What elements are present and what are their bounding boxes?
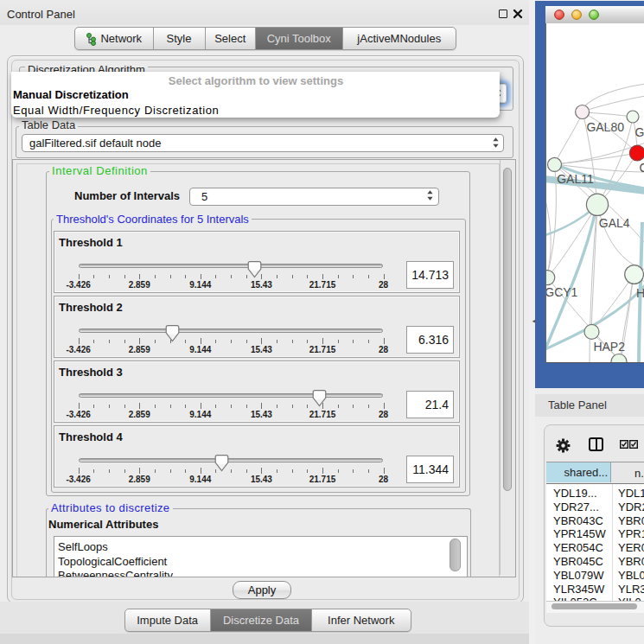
svg-text:GA: GA: [635, 125, 644, 139]
svg-text:C: C: [640, 161, 644, 175]
svg-text:GCY1: GCY1: [546, 285, 578, 299]
svg-text:GAL4: GAL4: [599, 216, 630, 230]
svg-text:GAL80: GAL80: [586, 120, 624, 134]
svg-text:HAP2: HAP2: [593, 340, 625, 354]
svg-text:GAL11: GAL11: [557, 172, 594, 186]
svg-text:HI: HI: [636, 286, 644, 300]
